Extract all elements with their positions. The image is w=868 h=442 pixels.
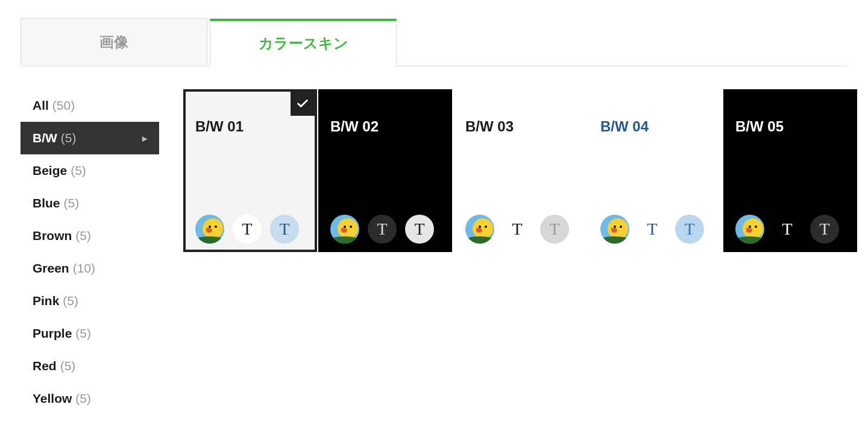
skin-card-preview-row: TT: [330, 215, 442, 244]
sidebar-item-count: (5): [75, 326, 91, 341]
skin-card-title: B/W 05: [735, 118, 848, 135]
text-style-preview-icon: T: [638, 215, 667, 244]
tabs: 画像 カラースキン: [20, 18, 848, 66]
sidebar-item-label: All: [33, 98, 49, 113]
sidebar-item-pink[interactable]: Pink (5): [20, 285, 159, 317]
sidebar-item-count: (5): [64, 196, 80, 210]
text-style-preview-icon: T: [405, 215, 434, 244]
chevron-right-icon: ▸: [142, 133, 147, 144]
text-style-preview-icon: T: [810, 215, 839, 244]
sidebar-item-count: (5): [60, 359, 76, 373]
avatar-icon: [465, 215, 494, 244]
skin-grid: B/W 01TTB/W 02TTB/W 03TTB/W 04TTB/W 05TT: [159, 89, 857, 415]
check-icon: [291, 92, 315, 116]
tab-label: カラースキン: [259, 34, 348, 53]
sidebar-item-label: Beige: [33, 163, 67, 178]
sidebar-item-bw[interactable]: B/W (5) ▸: [20, 122, 159, 154]
tab-label: 画像: [99, 33, 128, 52]
sidebar-item-beige[interactable]: Beige (5): [20, 154, 159, 187]
tab-color-skin[interactable]: カラースキン: [210, 19, 397, 66]
sidebar-item-label: Yellow: [33, 391, 72, 406]
text-style-preview-icon: T: [503, 215, 532, 244]
sidebar-item-label: Brown: [33, 229, 72, 243]
sidebar-item-all[interactable]: All (50): [20, 89, 159, 122]
sidebar-item-label: Blue: [33, 196, 60, 210]
sidebar-item-green[interactable]: Green (10): [20, 252, 159, 285]
sidebar-item-count: (5): [71, 163, 86, 178]
sidebar-item-red[interactable]: Red (5): [20, 350, 159, 382]
skin-card-title: B/W 02: [330, 118, 442, 135]
sidebar-item-blue[interactable]: Blue (5): [20, 187, 159, 219]
skin-card-title: B/W 04: [600, 118, 712, 135]
sidebar-item-count: (5): [63, 294, 78, 308]
text-style-preview-icon: T: [773, 215, 802, 244]
skin-card[interactable]: B/W 05TT: [723, 89, 857, 252]
text-style-preview-icon: T: [540, 215, 569, 244]
avatar-icon: [735, 215, 764, 244]
skin-card-preview-row: TT: [465, 215, 577, 244]
skin-card-title: B/W 01: [195, 118, 307, 135]
sidebar-item-label: B/W: [33, 131, 57, 145]
skin-card[interactable]: B/W 03TT: [453, 89, 587, 252]
sidebar-item-label: Green: [33, 261, 69, 276]
sidebar-item-label: Red: [33, 359, 57, 373]
sidebar-item-count: (50): [52, 98, 75, 113]
avatar-icon: [330, 215, 359, 244]
sidebar-item-count: (5): [75, 229, 91, 243]
skin-card[interactable]: B/W 02TT: [318, 89, 452, 252]
tab-images[interactable]: 画像: [20, 18, 207, 65]
avatar-icon: [600, 215, 629, 244]
sidebar: All (50) B/W (5) ▸ Beige (5) Blue (5) Br…: [20, 89, 159, 415]
sidebar-item-brown[interactable]: Brown (5): [20, 219, 159, 252]
sidebar-item-count: (10): [73, 261, 95, 276]
avatar-icon: [195, 215, 224, 244]
skin-card-title: B/W 03: [465, 118, 577, 135]
sidebar-item-purple[interactable]: Purple (5): [20, 317, 159, 350]
sidebar-item-count: (5): [61, 131, 77, 145]
skin-card-preview-row: TT: [735, 215, 848, 244]
text-style-preview-icon: T: [233, 215, 262, 244]
sidebar-item-label: Purple: [33, 326, 72, 341]
skin-card-preview-row: TT: [600, 215, 712, 244]
text-style-preview-icon: T: [675, 215, 704, 244]
skin-card[interactable]: B/W 01TT: [183, 89, 317, 252]
sidebar-item-label: Pink: [33, 294, 59, 308]
sidebar-item-yellow[interactable]: Yellow (5): [20, 382, 159, 415]
text-style-preview-icon: T: [368, 215, 397, 244]
skin-card-preview-row: TT: [195, 215, 307, 244]
skin-card[interactable]: B/W 04TT: [588, 89, 722, 252]
text-style-preview-icon: T: [270, 215, 299, 244]
sidebar-item-count: (5): [75, 391, 91, 406]
